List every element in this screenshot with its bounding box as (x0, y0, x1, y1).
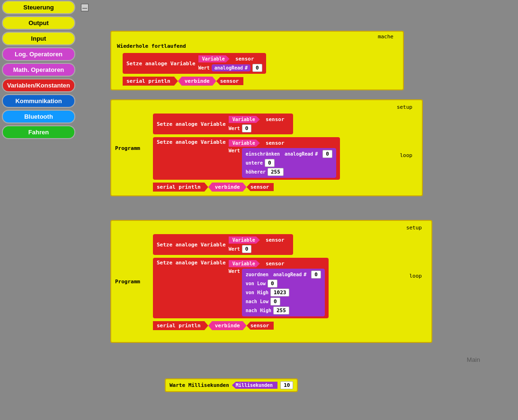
variable-tag2b: Variable (229, 140, 260, 147)
variable-tag2a: Variable (229, 116, 260, 123)
variable-tag1: Variable (198, 55, 230, 62)
num-box2a[interactable]: 0 (242, 124, 252, 132)
sensor-tag1b: sensor (216, 77, 244, 85)
canvas: — mache Wiederhole fortlaufend Setze ana… (77, 0, 518, 420)
sensor-tag2b: sensor (262, 139, 289, 147)
wiederhole-label: Wiederhole fortlaufend (115, 43, 399, 49)
analog-read-1: analogRead # (212, 64, 250, 71)
verbinde-1: verbinde (178, 77, 216, 86)
variable-tag3a: Variable (229, 236, 260, 244)
setup-label1: setup (397, 104, 412, 110)
block-programm2: Programm setup Setze analoge Variable Va… (110, 220, 432, 343)
setze-setup2: Setze analoge Variable Variable sensor W… (153, 234, 293, 255)
mache-label: mache (378, 34, 393, 40)
serial-println-3: serial println (153, 321, 208, 330)
sidebar-btn-kom[interactable]: Kommunikation (2, 94, 75, 108)
num-box2d[interactable]: 255 (268, 168, 284, 176)
warte-inner: Warte Millisekunden Millisekunden 10 (165, 378, 298, 392)
sidebar: Steuerung Output Input Log. Operatoren M… (0, 0, 77, 420)
setup-label2: setup (406, 225, 422, 231)
serial-println-2: serial println (153, 183, 208, 192)
ms-tag: Millisekunden (232, 382, 277, 389)
serial-println-1: serial println (123, 77, 178, 86)
analog-read-2: analogRead # (282, 150, 321, 158)
variable-tag3b: Variable (229, 260, 260, 267)
einschranken-block: einschränken analogRead # 0 untere (242, 148, 336, 178)
verbinde-2: verbinde (208, 183, 247, 192)
num-box3a[interactable]: 0 (242, 245, 252, 253)
block-wiederhole: mache Wiederhole fortlaufend Setze analo… (110, 31, 404, 90)
loop-label2: loop (410, 273, 422, 279)
num-box3c[interactable]: 0 (268, 280, 277, 288)
sidebar-btn-fahren[interactable]: Fahren (2, 125, 75, 139)
sensor-tag2c: sensor (247, 183, 274, 191)
sensor-tag3b: sensor (262, 260, 289, 268)
num-box1[interactable]: 0 (252, 64, 262, 72)
setze-setup1: Setze analoge Variable Variable sensor W… (153, 114, 293, 134)
num-box3d[interactable]: 1023 (270, 289, 290, 297)
sidebar-btn-output[interactable]: Output (2, 16, 75, 30)
sensor-tag2a: sensor (262, 115, 289, 123)
num-box3e[interactable]: 0 (270, 298, 280, 306)
num-box-warte[interactable]: 10 (280, 381, 293, 389)
block-warte: Warte Millisekunden Millisekunden 10 (165, 378, 298, 392)
setze-loop1: Setze analoge Variable Variable sensor W… (153, 137, 340, 180)
verbinde-3: verbinde (208, 321, 247, 330)
loop-label1: loop (400, 152, 413, 158)
zuordnen-block: zuordnen analogRead # 0 von Low 0 (242, 269, 325, 316)
setze-analoge-block1: Setze analoge Variable Variable sensor W… (123, 53, 266, 74)
sensor-tag1: sensor (232, 55, 259, 63)
num-box3f[interactable]: 255 (273, 306, 289, 315)
sensor-tag3a: sensor (262, 236, 289, 244)
window-minimize[interactable]: — (81, 4, 89, 11)
sidebar-btn-log[interactable]: Log. Operatoren (2, 47, 75, 61)
sidebar-btn-var[interactable]: Variablen/Konstanten (2, 79, 75, 92)
sensor-tag3c: sensor (247, 322, 274, 330)
programm-label2: Programm (115, 279, 140, 285)
num-box2b[interactable]: 0 (322, 150, 332, 158)
sidebar-btn-input[interactable]: Input (2, 32, 75, 45)
sidebar-btn-bt[interactable]: Bluetooth (2, 110, 75, 123)
num-box3b[interactable]: 0 (311, 271, 321, 279)
block-programm1: Programm setup Setze analoge Variable Va… (110, 99, 423, 196)
sidebar-btn-steuerung[interactable]: Steuerung (2, 0, 75, 14)
analog-read-3: analogRead # (270, 271, 309, 278)
setze-loop2: Setze analoge Variable Variable sensor W… (153, 258, 329, 318)
num-box2c[interactable]: 0 (265, 159, 275, 167)
programm-label1: Programm (115, 145, 140, 151)
sidebar-btn-math[interactable]: Math. Operatoren (2, 63, 75, 77)
main-label: Main (467, 356, 480, 363)
